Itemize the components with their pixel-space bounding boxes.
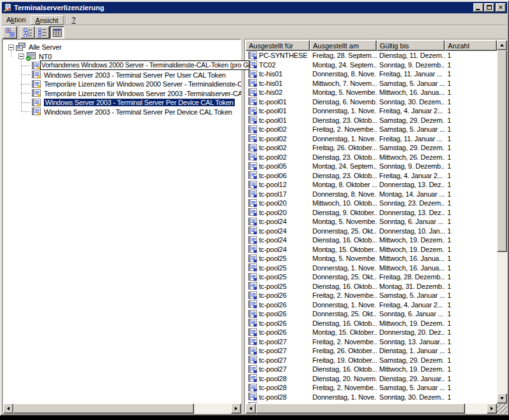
- title-bar[interactable]: Terminalserverlizenzierung ✕: [2, 2, 507, 13]
- list-vscroll-up-button[interactable]: [497, 40, 507, 50]
- table-row[interactable]: tc-his01 Donnerstag, 8. Nove... Freitag,…: [246, 69, 497, 79]
- count: 1: [447, 52, 451, 59]
- issued-to: TC02: [259, 61, 275, 69]
- list-vscrollbar-thumb[interactable]: [497, 50, 507, 252]
- tree-item-label: Alle Server: [29, 43, 62, 51]
- menu-help[interactable]: ?: [67, 15, 80, 25]
- issued-to: tc-pool26: [259, 291, 286, 299]
- server-group-icon: [15, 43, 26, 52]
- table-row[interactable]: tc-pool25 Donnerstag, 1. Nove... Mittwoc…: [246, 263, 497, 273]
- license-token-icon: [248, 144, 258, 152]
- table-row[interactable]: tc-pool26 Dienstag, 16. Oktob... Mittwoc…: [246, 319, 497, 328]
- menu-ansicht[interactable]: Ansicht: [31, 15, 64, 25]
- table-row[interactable]: PC-SYNTHESE Freitag, 28. Septem... Diens…: [246, 51, 497, 60]
- large-icons-button[interactable]: [3, 26, 17, 39]
- table-row[interactable]: tc-pool01 Donnerstag, 1. Nove... Freitag…: [246, 106, 497, 116]
- tree-item[interactable]: Windows Server 2003 - Terminal Server Pe…: [21, 71, 226, 80]
- list-vscroll-down-button[interactable]: [497, 393, 507, 403]
- tree-hscroll-right-button[interactable]: [231, 403, 241, 414]
- small-icons-button[interactable]: [20, 26, 35, 39]
- maximize-button[interactable]: [484, 3, 494, 12]
- valid-until: Donnerstag, 10. Jan...: [379, 227, 445, 235]
- table-row[interactable]: tc-pool26 Donnerstag, 1. Nove... Freitag…: [246, 300, 497, 310]
- table-row[interactable]: tc-pool27 Dienstag, 16. Oktob... Mittwoc…: [246, 365, 497, 374]
- table-row[interactable]: tc-pool27 Freitag, 26. Oktober... Dienst…: [246, 346, 497, 356]
- table-row[interactable]: TC02 Montag, 24. Septem... Sonntag, 9. D…: [246, 60, 497, 70]
- table-row[interactable]: tc-pool24 Donnerstag, 25. Okt... Donners…: [246, 227, 497, 236]
- license-token-icon: [248, 52, 258, 60]
- tree-hscroll-left-button[interactable]: [3, 403, 13, 414]
- license-token-icon: [248, 227, 258, 235]
- tree-item-label: Temporäre Lizenzen für Windows 2000 Serv…: [44, 80, 241, 88]
- tree-hscrollbar-thumb[interactable]: [13, 403, 194, 414]
- table-row[interactable]: tc-his02 Montag, 5. Novembe... Mittwoch,…: [246, 88, 497, 97]
- table-row[interactable]: tc-pool20 Dienstag, 9. Oktober... Donner…: [246, 208, 497, 218]
- table-row[interactable]: tc-pool17 Donnerstag, 8. Nove... Montag,…: [246, 190, 497, 199]
- tree-item-nt0[interactable]: NT0: [18, 52, 52, 62]
- table-row[interactable]: tc-pool26 Donnerstag, 25. Okt... Sonntag…: [246, 309, 497, 319]
- issued-to: tc-pool01: [259, 116, 286, 124]
- table-row[interactable]: tc-pool28 Freitag, 2. Novembe... Samstag…: [246, 383, 497, 393]
- valid-until: Montag, 31. Dezemb...: [379, 283, 445, 290]
- license-token-icon: [248, 273, 258, 281]
- resize-grip-icon[interactable]: [497, 403, 507, 414]
- table-row[interactable]: tc-pool12 Montag, 8. Oktober ... Donners…: [246, 180, 497, 190]
- table-row[interactable]: tc-pool25 Montag, 5. Novembe... Mittwoch…: [246, 254, 497, 263]
- table-row[interactable]: tc-pool20 Mittwoch, 10. Oktob... Sonntag…: [246, 199, 497, 208]
- table-row[interactable]: tc-pool06 Dienstag, 23. Oktob... Freitag…: [246, 171, 497, 181]
- table-row[interactable]: tc-pool01 Dienstag, 6. Novemb... Sonntag…: [246, 97, 497, 107]
- column-header-gueltig-bis[interactable]: Gültig bis: [377, 40, 445, 51]
- issued-to: tc-pool26: [259, 301, 286, 309]
- table-row[interactable]: tc-pool27 Freitag, 19. Oktober... Samsta…: [246, 356, 497, 365]
- list-hscrollbar-thumb[interactable]: [256, 403, 465, 414]
- table-row[interactable]: tc-pool28 Dienstag, 20. Novem... Diensta…: [246, 374, 497, 384]
- column-header-ausgestellt-am[interactable]: Ausgestellt am: [310, 40, 377, 51]
- valid-until: Samstag, 29. Dezem...: [379, 356, 445, 364]
- tree-item[interactable]: Temporäre Lizenzen für Windows Server 20…: [21, 89, 241, 99]
- table-row[interactable]: tc-his01 Mittwoch, 7. Novem... Samstag, …: [246, 79, 497, 88]
- details-view-button[interactable]: [50, 26, 64, 39]
- close-button[interactable]: ✕: [496, 3, 506, 12]
- license-token-icon: [248, 245, 258, 253]
- table-row[interactable]: tc-pool24 Montag, 5. Novembe... Sonntag,…: [246, 217, 497, 227]
- table-row[interactable]: tc-pool24 Dienstag, 16. Oktob... Mittwoc…: [246, 235, 497, 245]
- collapse-icon[interactable]: [18, 53, 24, 59]
- issued-on: Donnerstag, 1. Nove...: [312, 301, 377, 309]
- list-hscroll-left-button[interactable]: [246, 403, 256, 414]
- cell-ausgestellt-fuer: TC02: [246, 60, 310, 70]
- minimize-button[interactable]: [473, 3, 484, 12]
- column-header-ausgestellt-fuer[interactable]: Ausgestellt für: [246, 40, 310, 51]
- table-row[interactable]: tc-pool26 Freitag, 2. Novembe... Samstag…: [246, 291, 497, 300]
- list-view-button[interactable]: [35, 26, 50, 39]
- table-row[interactable]: tc-pool02 Donnerstag, 1. Nove... Freitag…: [246, 134, 497, 144]
- list-hscroll-right-button[interactable]: [487, 403, 497, 414]
- issued-on: Dienstag, 23. Oktob...: [312, 153, 377, 161]
- table-row[interactable]: tc-pool02 Dienstag, 23. Oktob... Mittwoc…: [246, 153, 497, 162]
- count: 1: [447, 181, 451, 188]
- table-row[interactable]: tc-pool24 Montag, 15. Oktober... Mittwoc…: [246, 245, 497, 255]
- tree-item-alle-server[interactable]: Alle Server: [8, 43, 62, 52]
- collapse-icon[interactable]: [8, 45, 14, 50]
- tree-item[interactable]: Windows Server 2003 - Terminal Server Pe…: [21, 108, 232, 117]
- count: 1: [447, 319, 451, 327]
- tree-item-focused-label[interactable]: Vorhandenes Windows 2000 Server - Termin…: [40, 60, 249, 70]
- table-row[interactable]: tc-pool28 Donnerstag, 1. Nove... Sonntag…: [246, 393, 497, 402]
- valid-until: Mittwoch, 16. Janua...: [379, 88, 445, 96]
- tree-item[interactable]: Temporäre Lizenzen für Windows 2000 Serv…: [21, 80, 241, 89]
- table-row[interactable]: tc-pool25 Donnerstag, 25. Okt... Freitag…: [246, 272, 497, 282]
- license-token-icon: [248, 328, 258, 337]
- table-row[interactable]: tc-pool26 Montag, 15. Oktober... Donners…: [246, 328, 497, 337]
- table-row[interactable]: tc-pool27 Freitag, 2. Novembe... Sonntag…: [246, 337, 497, 347]
- table-row[interactable]: tc-pool25 Dienstag, 16. Oktob... Montag,…: [246, 282, 497, 291]
- table-row[interactable]: tc-pool05 Montag, 24. Septem... Sonntag,…: [246, 162, 497, 171]
- column-header-anzahl[interactable]: Anzahl: [445, 40, 497, 51]
- issued-to: tc-pool02: [259, 135, 286, 143]
- tree-item[interactable]: Windows Server 2003 - Terminal Server Pe…: [21, 98, 235, 108]
- table-row[interactable]: tc-pool01 Dienstag, 23. Oktob... Samstag…: [246, 116, 497, 125]
- menu-aktion[interactable]: Aktion: [2, 15, 31, 25]
- count: 1: [447, 236, 451, 244]
- issued-to: tc-pool12: [259, 181, 286, 188]
- table-row[interactable]: tc-pool02 Freitag, 2. Novembe... Samstag…: [246, 125, 497, 134]
- table-row[interactable]: tc-pool02 Freitag, 26. Oktober... Samsta…: [246, 143, 497, 153]
- issued-to: tc-pool28: [259, 393, 286, 401]
